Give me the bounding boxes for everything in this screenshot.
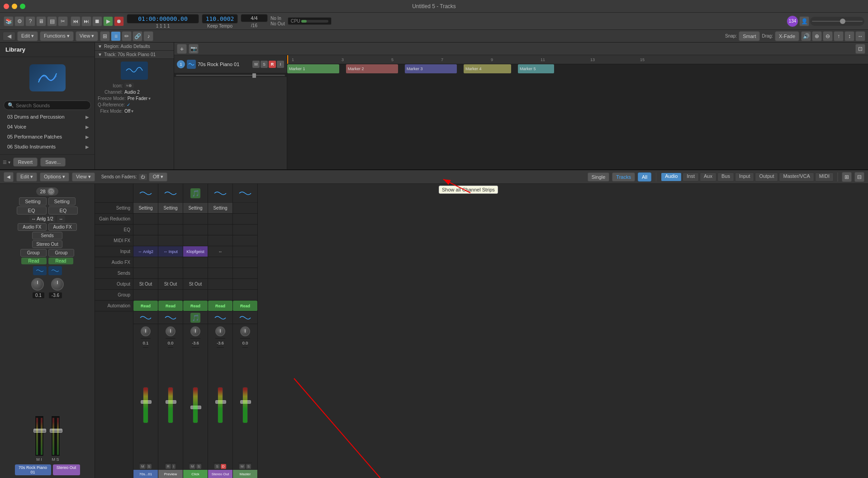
mixer-settings-button[interactable]: ⊟ [854, 172, 864, 182]
share-button[interactable]: 👤 [799, 16, 809, 26]
pan-knob-strip-master[interactable] [240, 326, 250, 336]
track-collapse-icon[interactable]: ▼ [98, 52, 102, 57]
sidebar-item-studio[interactable]: 06 Studio Instruments ▶ [0, 142, 95, 152]
maximize-button[interactable] [20, 4, 25, 9]
mixer-layout-button[interactable]: ⊞ [842, 172, 852, 182]
tool-1[interactable]: 🔊 [801, 31, 811, 41]
solo-button[interactable]: S [261, 61, 268, 68]
mixer-button[interactable]: ▤ [47, 16, 57, 26]
tool-6[interactable]: ↔ [855, 31, 865, 41]
snap-value[interactable]: Smart [739, 31, 760, 41]
single-button[interactable]: Single [588, 172, 610, 182]
strip-solo-preview[interactable]: I [172, 464, 175, 469]
strip-fader-master[interactable] [242, 387, 248, 423]
freeze-dropdown-icon[interactable]: ▾ [148, 96, 151, 101]
fader-handle-2[interactable] [50, 429, 62, 433]
midi-type-button[interactable]: MIDI [815, 172, 834, 182]
pan-knob-strip-click[interactable] [190, 326, 200, 336]
pan-knob-strip-70s[interactable] [141, 326, 151, 336]
tool-5[interactable]: ↕ [844, 31, 854, 41]
pan-knob-strip-stereoout[interactable] [215, 326, 225, 336]
library-button[interactable]: 📚 [4, 16, 14, 26]
bus-type-button[interactable]: Bus [717, 172, 734, 182]
back-button[interactable]: ◀ [3, 32, 15, 41]
input-monitor-button[interactable]: I [277, 61, 284, 68]
marker-3[interactable]: Marker 3 [405, 64, 457, 73]
strip-input-70s[interactable]: ↔ Anlg2 [133, 246, 158, 257]
sends-power-button[interactable]: ⏻ [139, 174, 147, 180]
time-display[interactable]: 01:00:00000.00 [127, 14, 199, 24]
inspector-setting-button[interactable]: Setting [19, 197, 46, 206]
mixer-edit-menu[interactable]: Edit ▾ [16, 172, 37, 182]
sidebar-item-perf[interactable]: 05 Performance Patches ▶ [0, 132, 95, 142]
sidebar-item-voice[interactable]: 04 Voice ▶ [0, 122, 95, 132]
revert-button[interactable]: Revert [13, 158, 38, 167]
inspector-setting-button-2[interactable]: Setting [48, 197, 76, 206]
stop-button[interactable]: ⏹ [92, 16, 102, 26]
save-button[interactable]: Save... [40, 158, 66, 167]
flex-dropdown-icon[interactable]: ▾ [131, 109, 133, 114]
strip-input-preview[interactable]: ↔ Input [158, 246, 183, 257]
inst-type-button[interactable]: Inst [683, 172, 699, 182]
mixer-back-button[interactable]: ◀ [4, 172, 14, 182]
help-button[interactable]: ? [25, 16, 35, 26]
pan-knob-1[interactable] [31, 278, 44, 291]
search-input[interactable] [16, 103, 87, 108]
zoom-slider[interactable] [810, 17, 864, 26]
strip-fader-click[interactable] [193, 387, 198, 423]
strip-solo-click[interactable]: S [196, 464, 201, 469]
user-avatar[interactable]: 134 [787, 15, 798, 27]
midi-tool[interactable]: ♪ [143, 31, 153, 41]
view-menu[interactable]: View ▾ [76, 31, 99, 41]
strip-auto-click[interactable]: Read [183, 301, 208, 311]
pan-knob-strip-preview[interactable] [166, 326, 175, 336]
pencil-tool[interactable]: ✏ [122, 31, 132, 41]
region-collapse-icon[interactable]: ▼ [98, 44, 102, 49]
mixer-options-menu[interactable]: Options ▾ [40, 172, 69, 182]
strip-output-preview[interactable]: St Out [158, 279, 183, 290]
record-button[interactable]: ⏺ [114, 16, 124, 26]
strip-setting-70s[interactable]: Setting [133, 203, 158, 214]
timesig-display[interactable]: 4/4 [241, 14, 268, 22]
output-type-button[interactable]: Output [755, 172, 778, 182]
strip-setting-preview[interactable]: Setting [158, 203, 183, 214]
strip-auto-preview[interactable]: Read [158, 301, 183, 311]
strip-setting-click[interactable]: Setting [183, 203, 208, 214]
rewind-button[interactable]: ⏮ [71, 16, 81, 26]
fit-button[interactable]: ⊡ [855, 44, 865, 54]
inspector-eq-button-2[interactable]: EQ [48, 206, 78, 215]
icon-selector[interactable]: ≈⊕ [124, 83, 134, 88]
search-box[interactable]: 🔍 [4, 100, 91, 110]
sends-value[interactable]: Off ▾ [149, 172, 168, 182]
tool-4[interactable]: ↑ [834, 31, 844, 41]
strip-auto-70s[interactable]: Read [133, 301, 158, 311]
strip-solo-70s[interactable]: S [147, 464, 152, 469]
tracks-button[interactable]: Tracks [612, 172, 635, 182]
close-button[interactable] [4, 4, 9, 9]
strip-m-master[interactable]: M [239, 464, 245, 469]
monitor-button[interactable]: 🖥 [36, 16, 46, 26]
fast-forward-button[interactable]: ⏭ [81, 16, 91, 26]
add-track-button[interactable]: + [177, 44, 187, 54]
drag-value[interactable]: X-Fade [775, 31, 799, 41]
marker-1[interactable]: Marker 1 [287, 64, 339, 73]
functions-menu[interactable]: Functions ▾ [40, 31, 74, 41]
link-tool[interactable]: 🔗 [133, 31, 142, 41]
edit-menu[interactable]: Edit ▾ [17, 31, 38, 41]
input-type-button[interactable]: Input [735, 172, 754, 182]
all-button[interactable]: All [638, 172, 651, 182]
minimize-button[interactable] [12, 4, 17, 9]
tool-2[interactable]: ⊕ [812, 31, 822, 41]
pan-knob-2[interactable] [51, 278, 64, 291]
strip-s-master[interactable]: S [246, 464, 251, 469]
read-button-1[interactable]: Read [21, 258, 47, 264]
sidebar-item-drums[interactable]: 03 Drums and Percussion ▶ [0, 112, 95, 122]
master-vca-type-button[interactable]: Master/VCA [779, 172, 814, 182]
strip-mute-click[interactable]: M [190, 464, 195, 469]
scissors-button[interactable]: ✂ [58, 16, 68, 26]
inspector-eq-button-1[interactable]: EQ [17, 206, 47, 215]
fader-track-2[interactable] [51, 416, 60, 456]
strip-mute-stereoout[interactable]: S [214, 464, 219, 469]
read-button-2[interactable]: Read [48, 258, 74, 264]
play-button[interactable]: ▶ [103, 16, 113, 26]
